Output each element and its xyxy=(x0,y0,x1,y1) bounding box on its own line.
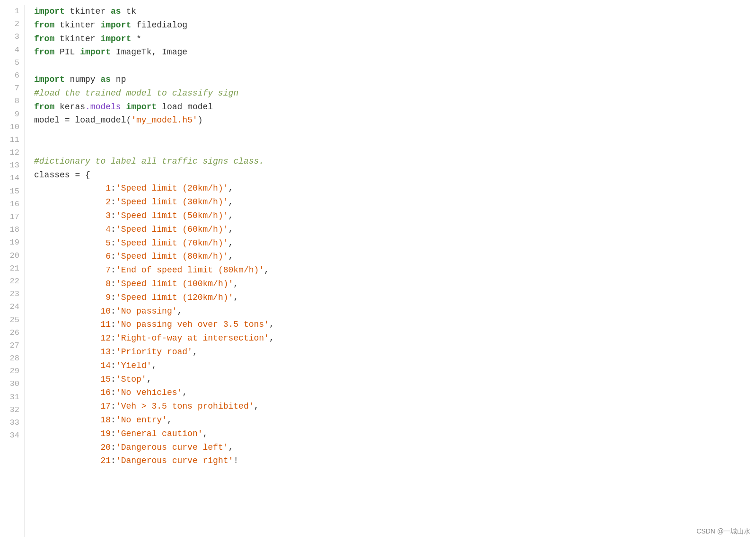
token-plain: numpy xyxy=(65,75,101,84)
token-plain: : xyxy=(111,347,116,357)
line-number: 3 xyxy=(5,30,19,43)
code-line: model = load_model('my_model.h5') xyxy=(34,114,747,127)
token-plain xyxy=(34,225,105,234)
token-plain: tk xyxy=(121,7,136,16)
line-number: 12 xyxy=(5,146,19,159)
token-plain: , xyxy=(182,388,187,397)
token-plain xyxy=(34,197,105,207)
token-plain: ImageTk, Image xyxy=(111,47,187,57)
code-line: import tkinter as tk xyxy=(34,5,747,18)
token-plain: filedialog xyxy=(131,20,187,30)
line-number: 5 xyxy=(5,56,19,69)
token-number: 2 xyxy=(105,197,111,207)
token-number: 4 xyxy=(105,225,111,234)
token-plain: , xyxy=(264,265,269,275)
token-kw-bold: import xyxy=(100,34,131,44)
code-line xyxy=(34,141,747,155)
token-string: 'Speed limit (50km/h)' xyxy=(116,211,229,220)
line-number: 25 xyxy=(5,314,19,326)
code-line: from PIL import ImageTk, Image xyxy=(34,45,747,59)
token-plain: : xyxy=(111,429,116,438)
code-line: 15:'Stop', xyxy=(34,373,747,386)
line-number: 9 xyxy=(5,108,19,121)
token-kw-bold: from xyxy=(34,34,54,44)
token-plain: model xyxy=(34,115,65,125)
line-number: 23 xyxy=(5,288,19,300)
token-plain xyxy=(34,320,100,329)
token-string: 'General caution' xyxy=(116,429,203,438)
code-line: 19:'General caution', xyxy=(34,427,747,441)
token-attr: .models xyxy=(85,102,121,112)
token-string: 'End of speed limit (80km/h)' xyxy=(116,265,264,275)
line-number: 2 xyxy=(5,17,19,30)
token-plain: , xyxy=(203,429,208,438)
token-string: 'Right-of-way at intersection' xyxy=(116,333,269,343)
code-line: 1:'Speed limit (20km/h)', xyxy=(34,182,747,195)
code-line: 13:'Priority road', xyxy=(34,345,747,359)
token-plain: , xyxy=(229,443,234,452)
token-plain: : xyxy=(111,375,116,384)
token-string: 'Stop' xyxy=(116,375,147,384)
token-plain: , xyxy=(229,252,234,261)
code-content: import tkinter as tkfrom tkinter import … xyxy=(25,5,756,537)
token-number: 15 xyxy=(100,375,111,384)
token-kw-as: as xyxy=(100,75,111,84)
line-number: 10 xyxy=(5,121,19,133)
code-line: 10:'No passing', xyxy=(34,305,747,318)
token-number: 20 xyxy=(100,443,111,452)
code-line: 14:'Yield', xyxy=(34,359,747,373)
token-number: 19 xyxy=(100,429,111,438)
token-kw-bold: import xyxy=(100,20,131,30)
code-line: from tkinter import * xyxy=(34,32,747,46)
token-kw-bold: from xyxy=(34,20,54,30)
token-plain: , xyxy=(151,361,157,370)
token-plain: : xyxy=(111,225,116,234)
token-string: 'my_model.h5' xyxy=(131,115,197,125)
token-plain xyxy=(34,211,105,220)
code-line: #dictionary to label all traffic signs c… xyxy=(34,155,747,168)
token-plain: : xyxy=(111,184,116,193)
token-string: 'Speed limit (100km/h)' xyxy=(116,279,233,288)
token-number: 9 xyxy=(105,293,111,302)
code-line: 3:'Speed limit (50km/h)', xyxy=(34,209,747,223)
token-plain: ) xyxy=(198,115,203,125)
code-line: from keras.models import load_model xyxy=(34,100,747,114)
token-plain xyxy=(34,293,105,302)
line-number: 15 xyxy=(5,185,19,198)
token-plain: : xyxy=(111,333,116,343)
token-plain xyxy=(34,306,100,316)
token-number: 7 xyxy=(105,265,111,275)
token-plain: , xyxy=(229,225,234,234)
token-string: 'No vehicles' xyxy=(116,388,182,397)
token-plain: : xyxy=(111,388,116,397)
token-number: 10 xyxy=(100,306,111,316)
token-plain: : xyxy=(111,252,116,261)
code-line: 2:'Speed limit (30km/h)', xyxy=(34,195,747,209)
line-number: 28 xyxy=(5,352,19,365)
token-equals: = xyxy=(75,170,80,180)
code-line xyxy=(34,127,747,141)
line-number: 6 xyxy=(5,69,19,82)
line-number: 20 xyxy=(5,249,19,262)
token-plain xyxy=(34,347,100,357)
token-string: 'Dangerous curve left' xyxy=(116,443,229,452)
token-plain: classes xyxy=(34,170,75,180)
token-plain: : xyxy=(111,238,116,248)
token-number: 3 xyxy=(105,211,111,220)
token-string: 'Speed limit (120km/h)' xyxy=(116,293,233,302)
token-plain: { xyxy=(80,170,90,180)
token-kw-as: as xyxy=(111,7,121,16)
token-kw-import: import xyxy=(34,7,65,16)
token-plain: : xyxy=(111,306,116,316)
token-plain xyxy=(34,402,100,411)
token-plain: , xyxy=(254,402,259,411)
token-plain: , xyxy=(233,279,238,288)
token-plain: : xyxy=(111,415,116,425)
token-plain: tkinter xyxy=(65,7,111,16)
line-number: 32 xyxy=(5,403,19,416)
token-plain xyxy=(34,415,100,425)
line-number: 22 xyxy=(5,275,19,288)
line-number: 18 xyxy=(5,223,19,236)
code-line: 4:'Speed limit (60km/h)', xyxy=(34,223,747,236)
line-number: 30 xyxy=(5,377,19,390)
